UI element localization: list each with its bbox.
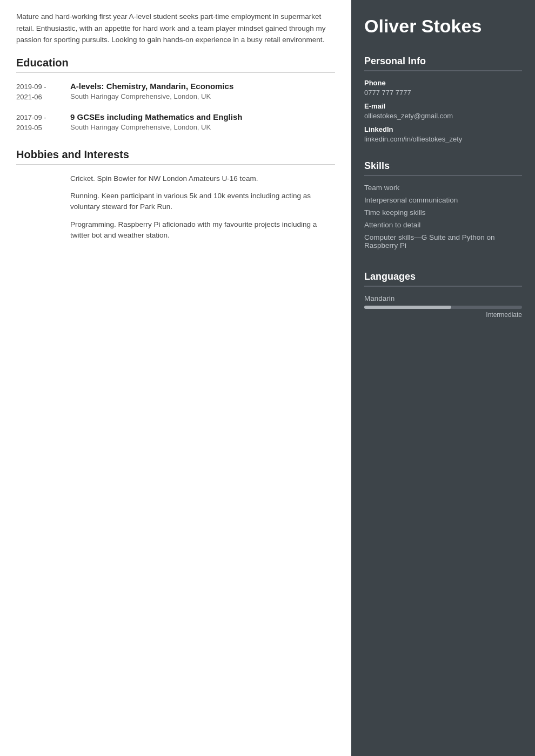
hobby-text: Running. Keen participant in various 5k … bbox=[70, 191, 335, 213]
language-item: Mandarin Intermediate bbox=[364, 294, 522, 319]
hobbies-title: Hobbies and Interests bbox=[16, 148, 335, 165]
education-list: 2019-09 -2021-06 A-levels: Chemistry, Ma… bbox=[16, 82, 335, 133]
linkedin-value: linkedin.com/in/olliestokes_zety bbox=[364, 135, 522, 143]
edu-degree: 9 GCSEs including Mathematics and Englis… bbox=[70, 112, 335, 122]
skill-item: Team work bbox=[364, 184, 522, 192]
personal-info-title: Personal Info bbox=[364, 56, 522, 71]
right-column: Oliver Stokes Personal Info Phone 0777 7… bbox=[351, 0, 535, 756]
education-title: Education bbox=[16, 57, 335, 73]
languages-list: Mandarin Intermediate bbox=[364, 294, 522, 319]
phone-value: 0777 777 7777 bbox=[364, 89, 522, 97]
name-header: Oliver Stokes bbox=[351, 0, 535, 48]
education-section: Education 2019-09 -2021-06 A-levels: Che… bbox=[16, 57, 335, 133]
edu-date: 2019-09 -2021-06 bbox=[16, 82, 70, 103]
education-item: 2019-09 -2021-06 A-levels: Chemistry, Ma… bbox=[16, 82, 335, 103]
skills-title: Skills bbox=[364, 160, 522, 176]
languages-title: Languages bbox=[364, 271, 522, 287]
hobby-item: Programming. Raspberry Pi aficionado wit… bbox=[16, 219, 335, 241]
language-bar-container bbox=[364, 306, 522, 309]
language-bar-fill bbox=[364, 306, 451, 309]
edu-details: 9 GCSEs including Mathematics and Englis… bbox=[70, 112, 335, 133]
edu-details: A-levels: Chemistry, Mandarin, Economics… bbox=[70, 82, 335, 103]
language-name: Mandarin bbox=[364, 294, 522, 302]
email-label: E-mail bbox=[364, 102, 522, 110]
edu-school: South Haringay Comprehensive, London, UK bbox=[70, 92, 335, 100]
hobby-item: Cricket. Spin Bowler for NW London Amate… bbox=[16, 173, 335, 184]
edu-school: South Haringay Comprehensive, London, UK bbox=[70, 123, 335, 131]
personal-info-section: Personal Info Phone 0777 777 7777 E-mail… bbox=[351, 48, 535, 153]
skills-list: Team workInterpersonal communicationTime… bbox=[364, 184, 522, 249]
phone-label: Phone bbox=[364, 79, 522, 87]
hobby-item: Running. Keen participant in various 5k … bbox=[16, 191, 335, 213]
linkedin-label: LinkedIn bbox=[364, 125, 522, 133]
language-level: Intermediate bbox=[364, 311, 522, 319]
skill-item: Computer skills—G Suite and Python on Ra… bbox=[364, 233, 522, 249]
left-column: Mature and hard-working first year A-lev… bbox=[0, 0, 351, 756]
summary-text: Mature and hard-working first year A-lev… bbox=[16, 11, 335, 46]
hobby-icon-space bbox=[16, 219, 70, 241]
hobby-text: Cricket. Spin Bowler for NW London Amate… bbox=[70, 173, 335, 184]
edu-degree: A-levels: Chemistry, Mandarin, Economics bbox=[70, 82, 335, 91]
hobbies-list: Cricket. Spin Bowler for NW London Amate… bbox=[16, 173, 335, 241]
hobby-icon-space bbox=[16, 191, 70, 213]
email-value: olliestokes_zety@gmail.com bbox=[364, 112, 522, 120]
skill-item: Interpersonal communication bbox=[364, 196, 522, 204]
education-item: 2017-09 -2019-05 9 GCSEs including Mathe… bbox=[16, 112, 335, 133]
cv-container: Mature and hard-working first year A-lev… bbox=[0, 0, 535, 756]
hobby-text: Programming. Raspberry Pi aficionado wit… bbox=[70, 219, 335, 241]
languages-section: Languages Mandarin Intermediate bbox=[351, 264, 535, 328]
skill-item: Attention to detail bbox=[364, 221, 522, 229]
hobbies-section: Hobbies and Interests Cricket. Spin Bowl… bbox=[16, 148, 335, 241]
hobby-icon-space bbox=[16, 173, 70, 184]
skill-item: Time keeping skills bbox=[364, 208, 522, 217]
edu-date: 2017-09 -2019-05 bbox=[16, 112, 70, 133]
skills-section: Skills Team workInterpersonal communicat… bbox=[351, 153, 535, 264]
candidate-name: Oliver Stokes bbox=[364, 15, 522, 37]
